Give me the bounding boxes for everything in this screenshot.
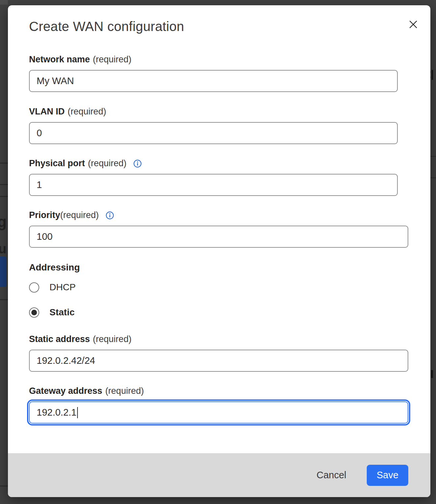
- text-cursor: [77, 407, 78, 418]
- info-icon[interactable]: [106, 211, 114, 220]
- network-name-value: My WAN: [37, 76, 74, 86]
- background-divider: [0, 163, 8, 164]
- vlan-id-label: VLAN ID: [29, 107, 65, 117]
- background-divider: [0, 184, 8, 185]
- background-divider: [0, 196, 8, 197]
- physical-port-label: Physical port: [29, 158, 85, 169]
- dhcp-option-label: DHCP: [49, 282, 76, 293]
- required-hint: (required): [105, 386, 144, 396]
- background-button-fragment: [0, 257, 7, 287]
- static-address-label: Static address: [29, 334, 90, 344]
- background-artifact: [0, 0, 8, 5]
- gateway-address-input[interactable]: 192.0.2.1: [29, 401, 408, 424]
- priority-input[interactable]: 100: [29, 226, 408, 248]
- addressing-section: Addressing DHCP Static: [29, 262, 430, 318]
- background-divider: [430, 177, 436, 178]
- priority-group: Priority (required) 100: [29, 210, 430, 248]
- background-text-fragment: [432, 70, 433, 80]
- screen: g u Create WAN configuration Network nam…: [0, 0, 436, 504]
- vlan-id-group: VLAN ID (required) 0: [29, 107, 430, 144]
- gateway-address-label: Gateway address: [29, 386, 102, 396]
- info-icon[interactable]: [133, 159, 142, 168]
- static-address-group: Static address (required) 192.0.2.42/24: [29, 334, 430, 372]
- close-button[interactable]: [406, 17, 420, 32]
- physical-port-group: Physical port (required) 1: [29, 158, 430, 196]
- close-icon: [407, 18, 420, 31]
- static-option-label: Static: [49, 307, 75, 318]
- network-name-group: Network name (required) My WAN: [29, 54, 430, 92]
- priority-value: 100: [37, 231, 52, 242]
- background-text-fragment: [431, 370, 433, 378]
- save-button[interactable]: Save: [367, 465, 408, 486]
- required-hint: (required): [93, 334, 132, 344]
- required-hint: (required): [68, 107, 106, 117]
- vlan-id-value: 0: [37, 128, 42, 139]
- create-wan-dialog: Create WAN configuration Network name (r…: [8, 5, 430, 497]
- network-name-input[interactable]: My WAN: [29, 70, 398, 92]
- cancel-button[interactable]: Cancel: [312, 466, 351, 484]
- physical-port-value: 1: [37, 179, 42, 190]
- static-address-value: 192.0.2.42/24: [37, 355, 95, 366]
- static-address-input[interactable]: 192.0.2.42/24: [29, 350, 408, 372]
- gateway-address-value: 192.0.2.1: [37, 407, 77, 418]
- addressing-option-static[interactable]: Static: [29, 307, 430, 318]
- required-hint: (required): [93, 54, 132, 65]
- gateway-address-group: Gateway address (required) 192.0.2.1: [29, 386, 430, 424]
- required-hint: (required): [88, 158, 127, 169]
- dialog-footer: Cancel Save: [8, 453, 430, 497]
- network-name-label: Network name: [29, 54, 90, 65]
- addressing-heading: Addressing: [29, 262, 430, 273]
- background-text-fragment: u: [0, 241, 6, 256]
- required-hint: (required): [60, 210, 99, 220]
- radio-unselected-icon[interactable]: [29, 282, 39, 293]
- physical-port-input[interactable]: 1: [29, 174, 398, 196]
- background-text-fragment: g: [0, 213, 7, 231]
- priority-label: Priority: [29, 210, 60, 220]
- radio-dot: [31, 310, 37, 315]
- radio-selected-icon[interactable]: [29, 307, 39, 318]
- dialog-title: Create WAN configuration: [29, 19, 430, 34]
- background-divider: [0, 299, 8, 300]
- addressing-option-dhcp[interactable]: DHCP: [29, 282, 430, 293]
- vlan-id-input[interactable]: 0: [29, 122, 398, 144]
- background-divider: [430, 156, 436, 157]
- background-divider: [0, 486, 8, 487]
